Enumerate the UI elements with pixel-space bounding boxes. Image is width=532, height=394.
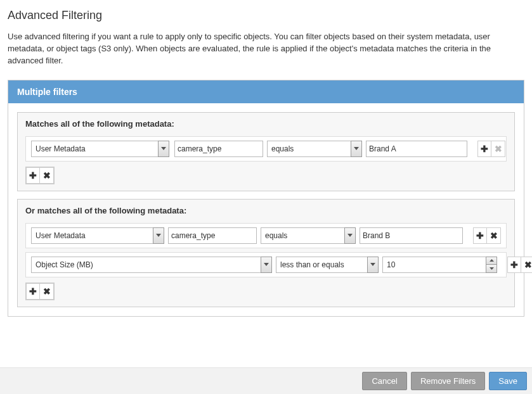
operator-select[interactable] <box>267 141 362 157</box>
remove-filter-button[interactable]: ✖ <box>521 257 532 273</box>
chevron-down-icon[interactable] <box>158 141 169 157</box>
metadata-type-select[interactable] <box>31 141 171 157</box>
page-title: Advanced Filtering <box>8 9 524 22</box>
filter-group: Or matches all of the following metadata… <box>17 199 515 307</box>
chevron-down-icon[interactable] <box>344 227 356 244</box>
close-icon: ✖ <box>524 260 532 270</box>
cancel-button[interactable]: Cancel <box>362 372 406 390</box>
add-filter-button[interactable]: ✚ <box>507 257 521 273</box>
remove-filter-button: ✖ <box>491 141 505 157</box>
add-group-button[interactable]: ✚ <box>26 167 40 184</box>
remove-group-button[interactable]: ✖ <box>40 283 54 300</box>
metadata-type-value[interactable] <box>31 227 153 244</box>
metadata-key-input[interactable] <box>174 141 263 157</box>
operator-value[interactable] <box>276 257 367 273</box>
svg-marker-5 <box>370 263 375 266</box>
filter-group: Matches all of the following metadata: <box>17 112 515 191</box>
operator-value[interactable] <box>267 141 351 157</box>
close-icon: ✖ <box>43 170 51 181</box>
close-icon: ✖ <box>490 231 498 241</box>
plus-icon: ✚ <box>29 286 37 296</box>
plus-icon: ✚ <box>476 231 484 241</box>
metadata-type-select[interactable] <box>31 227 164 244</box>
metadata-type-select[interactable] <box>31 257 272 273</box>
save-button[interactable]: Save <box>489 372 527 390</box>
group-actions: ✚ ✖ <box>25 283 55 300</box>
value-input[interactable] <box>360 227 463 244</box>
add-group-button[interactable]: ✚ <box>26 283 40 300</box>
value-number-input[interactable] <box>382 257 497 273</box>
value-input[interactable] <box>366 141 467 157</box>
group-heading: Matches all of the following metadata: <box>18 113 514 136</box>
operator-value[interactable] <box>261 227 344 244</box>
chevron-down-icon[interactable] <box>261 257 272 273</box>
panel-header: Multiple filters <box>8 80 524 103</box>
operator-select[interactable] <box>276 257 379 273</box>
value-input[interactable] <box>382 257 486 273</box>
operator-select[interactable] <box>261 227 356 244</box>
group-actions: ✚ ✖ <box>25 167 55 184</box>
svg-marker-4 <box>264 263 269 266</box>
spinner-down-button[interactable] <box>486 265 496 272</box>
remove-filter-button[interactable]: ✖ <box>487 227 501 244</box>
plus-icon: ✚ <box>481 144 488 154</box>
spinner-up-button[interactable] <box>486 257 496 265</box>
footer-bar: Cancel Remove Filters Save <box>0 367 532 394</box>
remove-filters-button[interactable]: Remove Filters <box>411 372 485 390</box>
chevron-down-icon[interactable] <box>351 141 362 157</box>
svg-marker-1 <box>354 147 359 150</box>
filter-row: ✚ ✖ <box>25 252 507 277</box>
chevron-down-icon[interactable] <box>153 227 164 244</box>
multiple-filters-panel: Multiple filters Matches all of the foll… <box>8 80 524 317</box>
metadata-type-value[interactable] <box>31 257 261 273</box>
svg-marker-7 <box>490 267 494 270</box>
svg-marker-0 <box>161 147 166 150</box>
chevron-down-icon[interactable] <box>367 257 379 273</box>
svg-marker-6 <box>490 259 494 262</box>
page-description: Use advanced filtering if you want a rul… <box>8 31 524 67</box>
close-icon: ✖ <box>495 144 502 154</box>
add-filter-button[interactable]: ✚ <box>477 141 491 157</box>
add-filter-button[interactable]: ✚ <box>473 227 487 244</box>
svg-marker-3 <box>347 234 353 237</box>
svg-marker-2 <box>156 234 161 237</box>
metadata-type-value[interactable] <box>31 141 158 157</box>
plus-icon: ✚ <box>29 170 37 181</box>
close-icon: ✖ <box>43 286 51 296</box>
filter-row: ✚ ✖ <box>25 136 507 162</box>
remove-group-button[interactable]: ✖ <box>40 167 54 184</box>
metadata-key-input[interactable] <box>168 227 257 244</box>
plus-icon: ✚ <box>510 260 518 270</box>
filter-row: ✚ ✖ <box>25 223 507 248</box>
group-heading: Or matches all of the following metadata… <box>18 200 514 223</box>
